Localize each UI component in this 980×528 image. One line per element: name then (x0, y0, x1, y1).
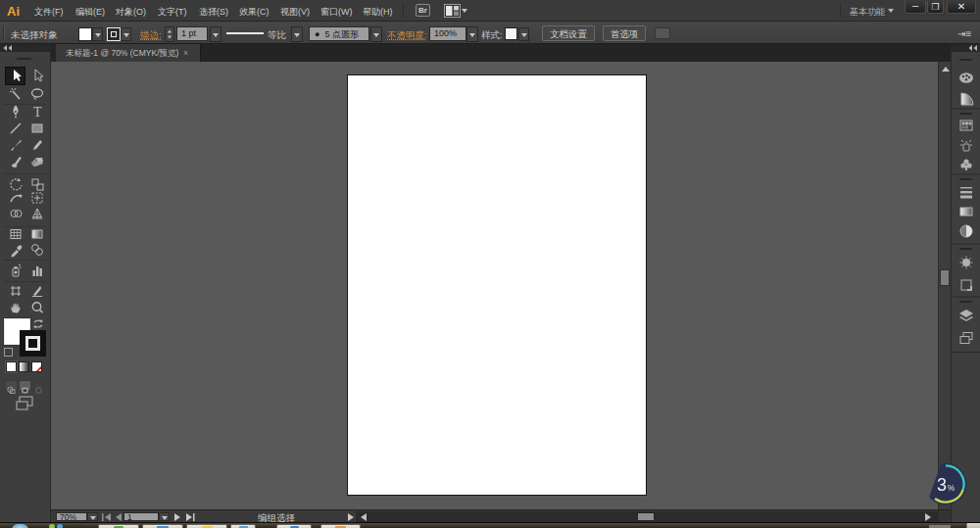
svg-text:3: 3 (937, 475, 947, 495)
svg-text:T: T (33, 105, 42, 120)
svg-text:%: % (948, 483, 956, 493)
